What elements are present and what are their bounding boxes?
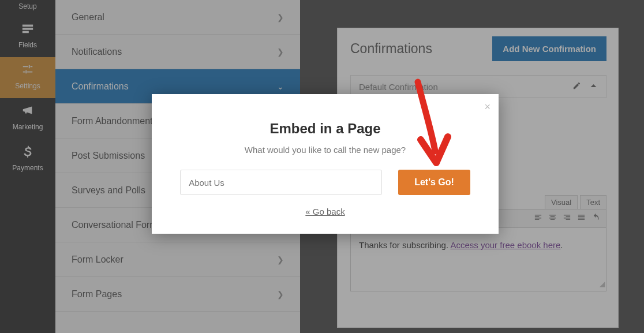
- lets-go-button[interactable]: Let's Go!: [398, 170, 470, 195]
- chevron-right-icon: ❯: [277, 47, 284, 57]
- align-center-icon[interactable]: [548, 213, 557, 224]
- sidebar-label: Fields: [18, 41, 37, 49]
- collapse-icon[interactable]: [589, 81, 598, 92]
- sidebar-label: Setup: [18, 2, 36, 10]
- settings-label: Post Submissions: [72, 151, 145, 161]
- row-tools: [572, 81, 598, 92]
- page-title: Confirmations: [350, 41, 432, 57]
- settings-item-general[interactable]: General ❯: [55, 0, 300, 35]
- bullhorn-icon: [21, 104, 34, 119]
- sidebar-item-settings[interactable]: Settings: [0, 57, 55, 98]
- sidebar-item-marketing[interactable]: Marketing: [0, 98, 55, 139]
- editor-text: Thanks for subscribing.: [359, 240, 450, 250]
- dollar-icon: [21, 145, 34, 160]
- undo-icon[interactable]: [591, 213, 600, 224]
- settings-label: Confirmations: [72, 81, 129, 92]
- embed-modal: × Embed in a Page What would you like to…: [152, 94, 499, 234]
- tab-text[interactable]: Text: [580, 195, 606, 209]
- svg-rect-1: [23, 28, 33, 30]
- chevron-right-icon: ❯: [277, 13, 284, 22]
- sidebar-label: Payments: [12, 164, 43, 172]
- tab-visual[interactable]: Visual: [545, 195, 578, 209]
- svg-rect-0: [23, 25, 33, 27]
- modal-subtitle: What would you like to call the new page…: [167, 145, 484, 155]
- sliders-icon: [21, 63, 34, 78]
- settings-item-form-locker[interactable]: Form Locker ❯: [55, 242, 300, 277]
- settings-label: General: [72, 12, 104, 23]
- admin-sidebar: Setup Fields Settings Marketing Payments: [0, 0, 55, 333]
- settings-label: Form Locker: [72, 255, 123, 265]
- settings-label: Conversational Forms: [72, 220, 162, 230]
- chevron-right-icon: ❯: [277, 255, 284, 264]
- resize-handle-icon[interactable]: ◢: [600, 279, 605, 290]
- sidebar-item-payments[interactable]: Payments: [0, 139, 55, 180]
- sidebar-item-fields[interactable]: Fields: [0, 16, 55, 57]
- confirmation-row-label: Default Confirmation: [359, 82, 438, 92]
- modal-title: Embed in a Page: [167, 121, 484, 137]
- sidebar-label: Settings: [15, 82, 40, 90]
- panel-header: Confirmations Add New Confirmation: [350, 36, 606, 61]
- settings-label: Notifications: [72, 47, 122, 57]
- close-icon[interactable]: ×: [484, 101, 491, 113]
- edit-icon[interactable]: [572, 81, 581, 92]
- sidebar-label: Marketing: [13, 123, 43, 131]
- settings-label: Surveys and Polls: [72, 185, 145, 196]
- sidebar-item-setup[interactable]: Setup: [0, 0, 55, 16]
- editor-link[interactable]: Access your free ebook here: [450, 240, 560, 250]
- go-back-link[interactable]: « Go back: [167, 207, 484, 216]
- modal-form-row: Let's Go!: [167, 170, 484, 195]
- page-name-input[interactable]: [180, 170, 382, 195]
- settings-label: Form Pages: [72, 289, 122, 300]
- settings-label: Form Abandonment: [72, 116, 153, 126]
- editor-content[interactable]: Thanks for subscribing. Access your free…: [350, 228, 606, 291]
- settings-item-notifications[interactable]: Notifications ❯: [55, 35, 300, 69]
- align-justify-icon[interactable]: [577, 213, 586, 224]
- settings-item-form-pages[interactable]: Form Pages ❯: [55, 277, 300, 312]
- chevron-down-icon: ⌄: [277, 82, 284, 91]
- editor-text: .: [560, 240, 563, 250]
- align-left-icon[interactable]: [534, 213, 542, 224]
- chevron-right-icon: ❯: [277, 290, 284, 299]
- add-new-confirmation-button[interactable]: Add New Confirmation: [492, 36, 606, 61]
- svg-rect-2: [23, 31, 29, 33]
- fields-icon: [21, 22, 34, 38]
- align-right-icon[interactable]: [563, 213, 571, 224]
